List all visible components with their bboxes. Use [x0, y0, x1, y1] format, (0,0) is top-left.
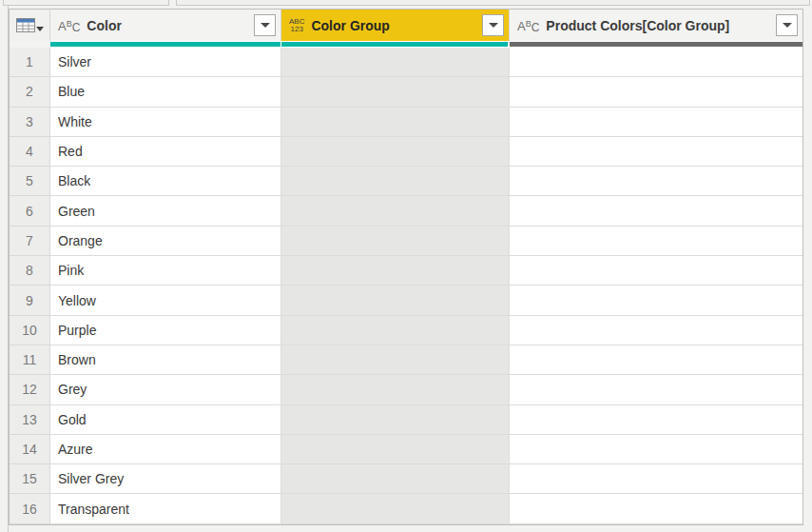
table-row: 1 Silver	[10, 48, 802, 77]
row-number[interactable]: 16	[10, 494, 50, 523]
table-row: 6 Green	[10, 196, 802, 226]
table-row: 12 Grey	[10, 375, 802, 404]
cell-product-color-group[interactable]	[510, 375, 802, 404]
row-number[interactable]: 7	[10, 227, 50, 256]
quality-corner	[10, 41, 50, 48]
cell-product-color-group[interactable]	[510, 316, 802, 345]
column-label: Color	[87, 18, 247, 33]
row-number[interactable]: 4	[10, 137, 50, 167]
cell-color[interactable]: Purple	[50, 316, 281, 345]
any-type-icon: ABC123	[289, 18, 304, 33]
table-row: 10 Purple	[10, 316, 802, 345]
cell-color[interactable]: Silver	[50, 48, 281, 77]
cell-color-group[interactable]	[281, 494, 510, 523]
cell-color-group[interactable]	[281, 137, 510, 167]
cell-color[interactable]: Yellow	[50, 286, 281, 315]
cell-color-group[interactable]	[281, 77, 510, 107]
cell-color[interactable]: Brown	[50, 345, 281, 375]
cell-color-group[interactable]	[281, 345, 510, 375]
text-type-icon: ABC	[58, 19, 80, 32]
cell-color[interactable]: Green	[50, 196, 281, 226]
formula-bar-remnant-right	[176, 0, 810, 6]
table-row: 3 White	[10, 108, 802, 137]
filter-dropdown-icon	[261, 23, 270, 28]
cell-color-group[interactable]	[281, 48, 510, 77]
column-header-color[interactable]: ABC Color	[50, 10, 281, 41]
table-body: 1 Silver 2 Blue 3 White 4 Red 5 Black 6 …	[10, 48, 802, 524]
column-label: Color Group	[311, 18, 475, 33]
cell-product-color-group[interactable]	[510, 464, 802, 494]
row-number[interactable]: 15	[10, 464, 50, 494]
cell-product-color-group[interactable]	[510, 345, 802, 375]
table-row: 2 Blue	[10, 77, 802, 107]
row-number[interactable]: 13	[10, 405, 50, 435]
cell-color[interactable]: Transparent	[50, 494, 281, 523]
row-number[interactable]: 8	[10, 256, 50, 286]
cell-color-group[interactable]	[281, 316, 510, 345]
table-row: 5 Black	[10, 167, 802, 196]
filter-button-color[interactable]	[254, 14, 276, 36]
cell-color[interactable]: White	[50, 108, 281, 137]
column-header-color-group[interactable]: ABC123 Color Group	[281, 10, 510, 41]
cell-product-color-group[interactable]	[510, 286, 802, 315]
quality-bar-product-colors	[510, 42, 802, 47]
cell-color[interactable]: Azure	[50, 435, 281, 464]
table-row: 14 Azure	[10, 435, 802, 464]
cell-color[interactable]: Orange	[50, 227, 281, 256]
cell-product-color-group[interactable]	[510, 405, 802, 435]
cell-product-color-group[interactable]	[510, 108, 802, 137]
cell-color[interactable]: Silver Grey	[50, 464, 281, 494]
column-header-product-colors[interactable]: ABC Product Colors[Color Group]	[510, 10, 802, 41]
data-preview-table: ABC Color ABC123 Color Group ABC Product…	[9, 9, 803, 525]
cell-color-group[interactable]	[281, 286, 510, 315]
column-label: Product Colors[Color Group]	[546, 18, 769, 33]
cell-color-group[interactable]	[281, 435, 510, 464]
cell-color[interactable]: Gold	[50, 405, 281, 435]
cell-product-color-group[interactable]	[510, 167, 802, 196]
column-quality-row	[10, 41, 802, 48]
cell-color[interactable]: Pink	[50, 256, 281, 286]
cell-color-group[interactable]	[281, 196, 510, 226]
row-number[interactable]: 10	[10, 316, 50, 345]
row-number[interactable]: 11	[10, 345, 50, 375]
filter-dropdown-icon	[489, 23, 498, 28]
cell-product-color-group[interactable]	[510, 256, 802, 286]
cell-color[interactable]: Black	[50, 167, 281, 196]
cell-color[interactable]: Grey	[50, 375, 281, 404]
cell-product-color-group[interactable]	[510, 137, 802, 167]
cell-color[interactable]: Blue	[50, 77, 281, 107]
row-number[interactable]: 1	[10, 48, 50, 77]
table-row: 7 Orange	[10, 227, 802, 256]
cell-product-color-group[interactable]	[510, 435, 802, 464]
cell-product-color-group[interactable]	[510, 77, 802, 107]
corner-table-menu-button[interactable]	[10, 10, 50, 41]
filter-button-color-group[interactable]	[482, 14, 504, 36]
cell-color[interactable]: Red	[50, 137, 281, 167]
row-number[interactable]: 6	[10, 196, 50, 226]
cell-color-group[interactable]	[281, 227, 510, 256]
cell-color-group[interactable]	[281, 256, 510, 286]
cell-product-color-group[interactable]	[510, 48, 802, 77]
cell-color-group[interactable]	[281, 108, 510, 137]
text-type-icon: ABC	[517, 19, 539, 32]
cell-color-group[interactable]	[281, 405, 510, 435]
row-number[interactable]: 2	[10, 77, 50, 107]
cell-product-color-group[interactable]	[510, 494, 802, 523]
cell-color-group[interactable]	[281, 464, 510, 494]
cell-color-group[interactable]	[281, 375, 510, 404]
quality-bar-color	[50, 42, 281, 47]
filter-button-product-colors[interactable]	[776, 14, 798, 36]
table-icon	[16, 18, 35, 32]
quality-bar-color-group	[281, 42, 510, 47]
row-number[interactable]: 5	[10, 167, 50, 196]
cell-color-group[interactable]	[281, 167, 510, 196]
row-number[interactable]: 14	[10, 435, 50, 464]
table-row: 4 Red	[10, 137, 802, 167]
cell-product-color-group[interactable]	[510, 196, 802, 226]
caret-down-icon	[36, 27, 44, 31]
cell-product-color-group[interactable]	[510, 227, 802, 256]
row-number[interactable]: 9	[10, 286, 50, 315]
header-row: ABC Color ABC123 Color Group ABC Product…	[10, 10, 802, 41]
row-number[interactable]: 3	[10, 108, 50, 137]
row-number[interactable]: 12	[10, 375, 50, 404]
